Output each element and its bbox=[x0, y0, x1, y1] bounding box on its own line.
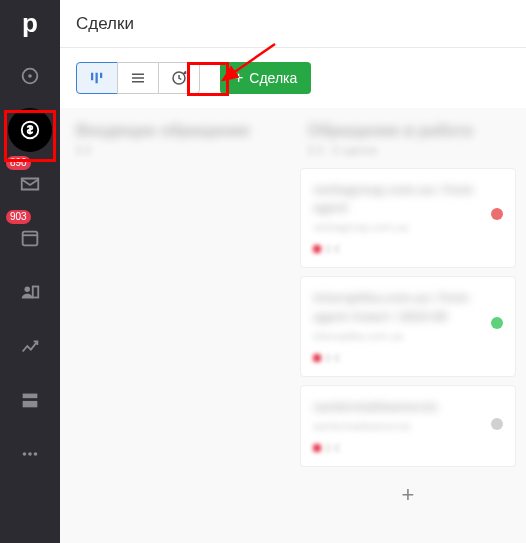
sidebar-contacts[interactable] bbox=[8, 270, 52, 314]
pipeline-column: Обращение в работе 0 € · 0 сделок verbag… bbox=[292, 108, 524, 543]
svg-point-1 bbox=[29, 75, 31, 77]
view-list-button[interactable] bbox=[117, 62, 159, 94]
card-title: verbagroup.com.ua / from agent bbox=[313, 181, 503, 217]
svg-point-8 bbox=[23, 452, 27, 456]
status-dot bbox=[491, 317, 503, 329]
add-deal-label: Сделка bbox=[249, 70, 297, 86]
add-deal-button[interactable]: + Сделка bbox=[220, 62, 311, 94]
deal-card[interactable]: intoroptika.com.ua / from agent Astart /… bbox=[300, 276, 516, 376]
calendar-badge: 903 bbox=[6, 210, 31, 224]
svg-rect-6 bbox=[23, 394, 38, 399]
column-title: Обращение в работе bbox=[308, 122, 508, 140]
deal-card[interactable]: verbagroup.com.ua / from agent verbagrou… bbox=[300, 168, 516, 268]
sidebar-calendar[interactable]: 903 bbox=[8, 216, 52, 260]
svg-rect-3 bbox=[23, 232, 38, 246]
status-dot bbox=[491, 208, 503, 220]
column-title: Входящее обращение bbox=[76, 122, 276, 140]
svg-rect-13 bbox=[100, 73, 102, 78]
page-title: Сделки bbox=[76, 14, 134, 34]
sidebar-more[interactable] bbox=[8, 432, 52, 476]
mail-badge: 890 bbox=[6, 156, 31, 170]
card-title: sardormahkamov.kz bbox=[313, 398, 503, 416]
svg-rect-5 bbox=[33, 287, 39, 298]
sidebar-products[interactable] bbox=[8, 378, 52, 422]
sidebar-mail[interactable]: 890 bbox=[8, 162, 52, 206]
view-pipeline-button[interactable] bbox=[76, 62, 118, 94]
logo: p bbox=[22, 10, 38, 36]
sidebar-deals[interactable] bbox=[8, 108, 52, 152]
plus-icon: + bbox=[234, 70, 243, 86]
sidebar-focus[interactable] bbox=[8, 54, 52, 98]
svg-rect-12 bbox=[96, 73, 98, 84]
card-title: intoroptika.com.ua / from agent Astart /… bbox=[313, 289, 503, 325]
deal-card[interactable]: sardormahkamov.kz sardormahkamov.kz 0 € bbox=[300, 385, 516, 467]
card-subtitle: intoroptika.com.ua bbox=[313, 330, 503, 342]
column-subtitle: 0 € bbox=[76, 144, 276, 156]
status-dot bbox=[491, 418, 503, 430]
sidebar-reports[interactable] bbox=[8, 324, 52, 368]
pipeline-column: Входящее обращение 0 € bbox=[60, 108, 292, 543]
card-subtitle: verbagroup.com.ua bbox=[313, 221, 503, 233]
card-meta: 0 € bbox=[313, 243, 503, 255]
card-meta: 0 € bbox=[313, 442, 503, 454]
svg-point-4 bbox=[25, 287, 31, 293]
view-forecast-button[interactable] bbox=[158, 62, 200, 94]
card-meta: 0 € bbox=[313, 352, 503, 364]
svg-point-10 bbox=[34, 452, 38, 456]
card-subtitle: sardormahkamov.kz bbox=[313, 420, 503, 432]
add-card-button[interactable]: + bbox=[300, 475, 516, 515]
svg-rect-11 bbox=[91, 73, 93, 81]
column-subtitle: 0 € · 0 сделок bbox=[308, 144, 508, 156]
svg-point-9 bbox=[28, 452, 32, 456]
svg-rect-7 bbox=[23, 401, 38, 407]
